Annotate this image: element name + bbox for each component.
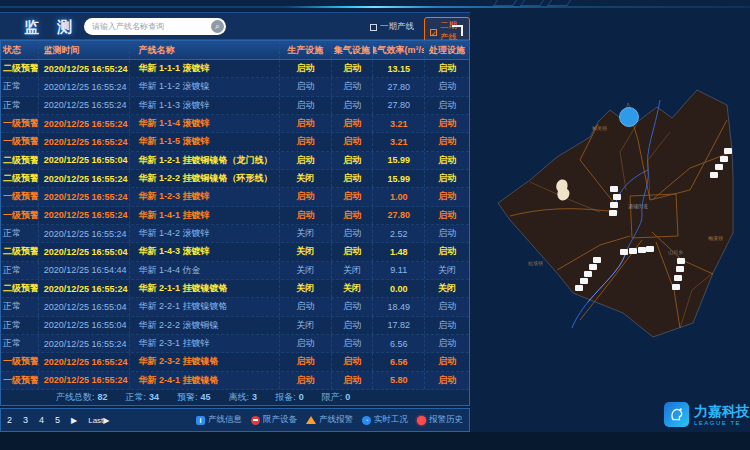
row-treatment-state: 启动	[425, 298, 469, 315]
page-number-button[interactable]: 2	[7, 415, 12, 425]
row-gas-state: 启动	[332, 243, 374, 260]
table-row[interactable]: 二级预警 2020/12/25 16:55:04 华新 1-2-1 挂镀铜镍铬（…	[1, 152, 469, 170]
checkbox-checked-icon[interactable]: ✓	[430, 29, 437, 36]
alarm-dot-icon	[417, 416, 426, 425]
table-row[interactable]: 一级预警 2020/12/25 16:55:24 华新 2-3-2 挂镀镍铬 启…	[1, 353, 469, 371]
next-page-button[interactable]: ▶	[71, 416, 77, 425]
table-row[interactable]: 一级预警 2020/12/25 16:55:24 华新 1-1-4 滚镀锌 启动…	[1, 115, 469, 133]
checkbox-unchecked-icon[interactable]	[370, 24, 377, 31]
legend-realtime-status-button[interactable]: ◔ 实时工况	[362, 414, 408, 426]
table-row[interactable]: 二级预警 2020/12/25 16:55:04 华新 1-4-3 滚镀锌 关闭…	[1, 243, 469, 261]
row-gas-state: 启动	[332, 225, 374, 242]
row-efficiency: 9.11	[373, 262, 425, 279]
row-gas-state: 启动	[332, 335, 374, 352]
row-status: 正常	[1, 298, 39, 315]
bottom-strip	[0, 432, 750, 450]
search-input[interactable]	[92, 18, 207, 35]
legend-label: 产线报警	[319, 414, 353, 426]
logo-text: 力嘉科技 LEAGUE TE	[694, 404, 750, 426]
search-box[interactable]: ⌕	[84, 18, 226, 35]
page-number-button[interactable]: 5	[55, 415, 60, 425]
last-page-button[interactable]: Last▶	[88, 416, 109, 425]
row-line-name: 华新 2-1-1 挂镀镍镀铬	[130, 280, 279, 297]
legend-label: 限产设备	[263, 414, 297, 426]
col-header-production: 生产设施	[280, 41, 332, 59]
row-line-name: 华新 1-1-4 滚镀锌	[130, 115, 279, 132]
row-production-state: 启动	[280, 188, 332, 205]
row-status: 正常	[1, 78, 39, 95]
legend-limited-equipment-button[interactable]: 限产设备	[251, 414, 297, 426]
table-row[interactable]: 正常 2020/12/25 16:55:04 华新 2-2-1 挂镀镍镀铬 启动…	[1, 298, 469, 316]
row-production-state: 关闭	[280, 225, 332, 242]
table-row[interactable]: 二级预警 2020/12/25 16:55:24 华新 1-1-1 滚镀锌 启动…	[1, 60, 469, 78]
row-time: 2020/12/25 16:55:04	[39, 317, 131, 334]
row-production-state: 启动	[280, 115, 332, 132]
row-production-state: 启动	[280, 133, 332, 150]
legend-line-alarm-button[interactable]: 产线报警	[306, 414, 353, 426]
logo-subtitle: LEAGUE TE	[694, 420, 750, 426]
row-time: 2020/12/25 16:55:24	[39, 133, 131, 150]
row-efficiency: 3.21	[373, 133, 425, 150]
row-efficiency: 5.80	[373, 372, 425, 389]
row-efficiency: 6.56	[373, 353, 425, 370]
row-treatment-state: 启动	[425, 372, 469, 389]
table-row[interactable]: 正常 2020/12/25 16:55:24 华新 1-1-2 滚镀镍 启动 启…	[1, 78, 469, 96]
row-time: 2020/12/25 16:55:24	[39, 97, 131, 114]
row-gas-state: 启动	[332, 298, 374, 315]
legend-alarm-history-button[interactable]: 报警历史	[417, 414, 463, 426]
map-label: 杭垓镇	[527, 260, 543, 267]
row-time: 2020/12/25 16:55:04	[39, 152, 131, 169]
row-status: 二级预警	[1, 152, 39, 169]
realtime-gauge-icon: ◔	[362, 416, 371, 425]
row-line-name: 华新 2-2-1 挂镀镍镀铬	[130, 298, 279, 315]
table-row[interactable]: 正常 2020/12/25 16:55:04 华新 2-2-2 滚镀铜镍 关闭 …	[1, 317, 469, 335]
row-time: 2020/12/25 16:55:24	[39, 60, 131, 77]
deco-tab	[493, 0, 517, 6]
warning-triangle-icon	[306, 416, 316, 424]
table-row[interactable]: 二级预警 2020/12/25 16:55:24 华新 2-1-1 挂镀镍镀铬 …	[1, 280, 469, 298]
table-row[interactable]: 一级预警 2020/12/25 16:55:24 华新 1-2-3 挂镀锌 启动…	[1, 188, 469, 206]
table-row[interactable]: 正常 2020/12/25 16:55:24 华新 1-4-2 滚镀锌 关闭 启…	[1, 225, 469, 243]
row-time: 2020/12/25 16:55:24	[39, 280, 131, 297]
info-icon: i	[196, 416, 205, 425]
row-treatment-state: 启动	[425, 133, 469, 150]
col-header-efficiency: 集气效率(m³/s)	[373, 41, 425, 59]
page-number-button[interactable]: 4	[39, 415, 44, 425]
row-efficiency: 13.15	[373, 60, 425, 77]
table-row[interactable]: 正常 2020/12/25 16:54:44 华新 1-4-4 仿金 关闭 关闭…	[1, 262, 469, 280]
row-production-state: 启动	[280, 207, 332, 224]
table-row[interactable]: 一级预警 2020/12/25 16:55:24 华新 1-4-1 挂镀锌 启动…	[1, 207, 469, 225]
deco-tab	[520, 0, 544, 6]
row-line-name: 华新 1-1-1 滚镀锌	[130, 60, 279, 77]
district-map[interactable]: 鄣吴镇 递铺街道 杭垓镇 山川乡 梅溪镇	[470, 12, 750, 432]
table-row[interactable]: 正常 2020/12/25 16:55:24 华新 1-1-3 滚镀锌 启动 启…	[1, 97, 469, 115]
row-gas-state: 启动	[332, 188, 374, 205]
row-status: 一级预警	[1, 115, 39, 132]
phase1-checkbox[interactable]: 一期产线	[370, 21, 414, 33]
blue-cluster-marker[interactable]	[620, 108, 639, 127]
row-treatment-state: 启动	[425, 225, 469, 242]
map-label: 山川乡	[668, 249, 683, 255]
table-row[interactable]: 二级预警 2020/12/25 16:55:24 华新 1-2-2 挂镀铜镍铬（…	[1, 170, 469, 188]
row-production-state: 启动	[280, 372, 332, 389]
row-production-state: 关闭	[280, 317, 332, 334]
row-status: 二级预警	[1, 243, 39, 260]
row-treatment-state: 启动	[425, 115, 469, 132]
row-treatment-state: 启动	[425, 335, 469, 352]
row-time: 2020/12/25 16:55:24	[39, 353, 131, 370]
corner-bracket-decoration	[452, 25, 463, 36]
table-row[interactable]: 一级预警 2020/12/25 16:55:24 华新 2-4-1 挂镀镍铬 启…	[1, 372, 469, 390]
footer-toolbar: 2345 ▶ Last▶ i 产线信息 限产设备 产线报警 ◔ 实时工况	[0, 408, 470, 432]
legend-label: 实时工况	[374, 414, 408, 426]
table-row[interactable]: 正常 2020/12/25 16:55:24 华新 2-3-1 挂镀锌 启动 启…	[1, 335, 469, 353]
row-efficiency: 18.49	[373, 298, 425, 315]
legend-line-info-button[interactable]: i 产线信息	[196, 414, 242, 426]
page-number-button[interactable]: 3	[23, 415, 28, 425]
row-status: 二级预警	[1, 280, 39, 297]
search-icon[interactable]: ⌕	[211, 20, 224, 33]
row-line-name: 华新 1-1-2 滚镀镍	[130, 78, 279, 95]
row-time: 2020/12/25 16:55:24	[39, 188, 131, 205]
row-production-state: 启动	[280, 60, 332, 77]
row-line-name: 华新 2-4-1 挂镀镍铬	[130, 372, 279, 389]
table-row[interactable]: 一级预警 2020/12/25 16:55:24 华新 1-1-5 滚镀锌 启动…	[1, 133, 469, 151]
